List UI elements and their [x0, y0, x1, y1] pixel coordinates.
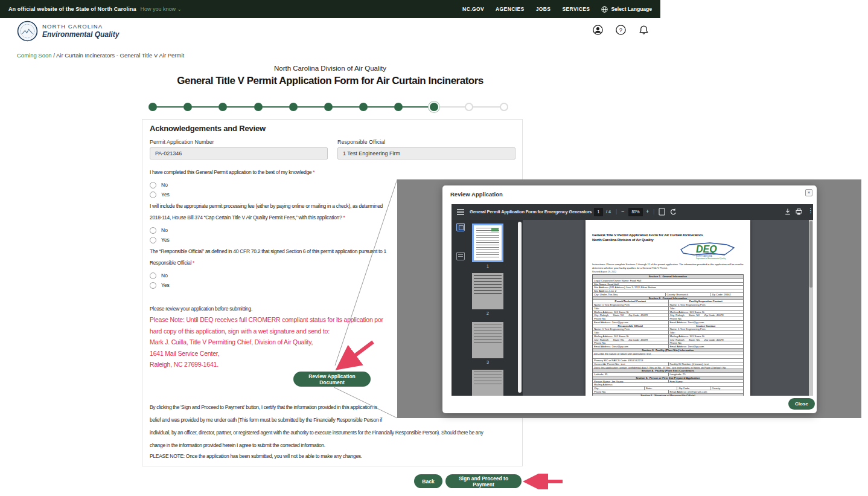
radio-button-yes[interactable] — [150, 192, 156, 198]
thumbnails-view-icon[interactable] — [456, 223, 465, 231]
pdf-row: Legal Corporate/Owner Name: Food Hall — [593, 279, 743, 282]
zoom-level-input[interactable]: 80% — [628, 208, 643, 216]
pdf-thumbnail-4[interactable] — [472, 370, 503, 396]
pdf-row: Name: 1 Test Engineering FirmName: 1 Tes… — [593, 327, 743, 330]
certification-line: individual, by an officer, director, par… — [150, 427, 520, 439]
pdf-cell: Latitude: 35 — [593, 373, 668, 376]
radio-button-yes[interactable] — [150, 282, 156, 289]
radio-button-no[interactable] — [150, 272, 156, 279]
pdf-cell: City: Raleigh State: NC Zip Code: 45678 — [593, 338, 668, 341]
pdf-cell: Email Address: 1test@yy.com — [593, 345, 668, 348]
pdf-cell: Zip Code: — [677, 387, 710, 390]
sidebar-scrollbar[interactable] — [518, 222, 522, 393]
document-outline-icon[interactable] — [456, 252, 465, 260]
how-you-know-link[interactable]: How you know ⌄ — [141, 6, 182, 12]
pdf-cell: State: — [644, 387, 677, 390]
pdf-row: Person Name: Jim YoungFirm Name: — [593, 379, 743, 383]
pdf-cell: Site Name: Food Hall — [593, 283, 743, 286]
pdf-cell: Firm Name: — [668, 380, 744, 383]
globe-icon — [601, 6, 608, 13]
pdf-scrollbar-thumb[interactable] — [809, 221, 812, 288]
stepper-segment — [223, 106, 258, 108]
radio-button-no[interactable] — [150, 227, 156, 234]
pdf-heading-line1: General Title V Permit Application Form … — [592, 233, 703, 237]
step-dot-11 — [500, 103, 508, 111]
pdf-cell: Mailing Address: 101 Same St — [668, 335, 744, 338]
help-icon[interactable]: ? — [616, 25, 626, 35]
more-options-icon[interactable]: ⋮ — [808, 207, 814, 214]
deq-seal-logo[interactable] — [17, 21, 38, 42]
permit-number-field[interactable]: PA-021346 — [150, 147, 328, 159]
breadcrumb-rest: / Air Curtain Incinerators - General Tit… — [52, 52, 185, 59]
radio-label: No — [161, 272, 168, 279]
zoom-in-icon[interactable]: + — [646, 208, 649, 214]
account-icon[interactable] — [593, 25, 603, 35]
pdf-row: Section 6. Signature of Responsible Offi… — [593, 393, 743, 396]
radio-label: Yes — [161, 192, 170, 198]
print-icon[interactable] — [796, 208, 802, 215]
radio-label: No — [161, 182, 168, 188]
pdf-thumbnail-1[interactable] — [472, 224, 503, 262]
zoom-out-icon[interactable]: − — [621, 208, 624, 214]
pdf-row: Name: 1 Test Engineering FirmName: 1 Tes… — [593, 303, 743, 306]
select-language-button[interactable]: Select Language — [601, 6, 652, 13]
pdf-page-1: General Title V Permit Application Form … — [586, 220, 750, 396]
radio-button-no[interactable] — [150, 182, 156, 188]
sign-and-proceed-button[interactable]: Sign and Proceed to Payment — [445, 474, 522, 488]
chevron-down-icon: ⌄ — [177, 6, 182, 12]
question-text: I will include the appropriate permit pr… — [150, 203, 383, 209]
pdf-cell: Phone No. — [593, 390, 668, 393]
pdf-scrollbar[interactable] — [809, 220, 813, 396]
cromerr-note-line: Mark J. Cuilla, Title V Permitting Chief… — [150, 337, 383, 348]
pdf-cell: Email Address: 1test@yy.com — [668, 321, 744, 324]
pdf-cell: Mailing Address: — [593, 383, 743, 386]
pdf-cell: Legal Corporate/Owner Name: Food Hall — [593, 279, 743, 282]
utilbar-link-services[interactable]: SERVICES — [562, 6, 590, 12]
modal-close-icon[interactable]: × — [805, 189, 812, 196]
pdf-row: Section 1. General Information — [593, 275, 743, 279]
step-dot-4 — [254, 103, 263, 111]
page-count-label: / 4 — [606, 210, 611, 214]
toolbar-divider: | — [653, 208, 654, 214]
breadcrumb-link[interactable]: Coming Soon — [17, 52, 52, 59]
pdf-cell: Phone No. — [593, 341, 668, 344]
pdf-revised-date: Revised August 29, 2022 — [592, 271, 616, 273]
pdf-thumbnail-3[interactable] — [472, 322, 503, 358]
radio-button-yes[interactable] — [150, 237, 156, 243]
notifications-bell-icon[interactable] — [639, 25, 649, 35]
menu-icon[interactable] — [457, 209, 464, 215]
modal-close-button[interactable]: Close — [788, 398, 815, 410]
pdf-row: Mailing Address: 101 Same StMailing Addr… — [593, 334, 743, 338]
utilbar-link-ncgov[interactable]: NC.GOV — [462, 6, 484, 12]
pdf-row: Phone No.Phone No. — [593, 341, 743, 344]
pdf-cell: Title: — [668, 307, 744, 310]
page-title: General Title V Permit Application Form … — [0, 75, 660, 87]
fit-page-icon[interactable] — [659, 208, 665, 216]
utilbar-link-jobs[interactable]: JOBS — [536, 6, 551, 12]
pdf-row: City: Under-The-SeaCounty: BrunswickZip … — [593, 292, 743, 296]
pdf-cell: Facility ID Number (if known): test — [668, 362, 744, 366]
pdf-row: Mailing Address: 101 Same StMailing Addr… — [593, 310, 743, 314]
pdf-row: Phone No.Phone No. — [593, 317, 743, 320]
pdf-cell: Email Address: jim@persim.com — [668, 390, 744, 393]
progress-stepper — [148, 101, 511, 114]
pdf-cell: Primary SIC or NAICS Code: 4953 562213 — [593, 359, 743, 362]
pdf-viewer-body: 123 General Title V Permit Application F… — [452, 220, 813, 396]
pdf-cell: Current Air Permit No.: test — [593, 362, 668, 366]
utilbar-link-agencies[interactable]: AGENCIES — [496, 6, 525, 12]
step-dot-3 — [219, 103, 227, 111]
pdf-doc-title: General Permit Application Form for Emer… — [470, 209, 592, 214]
page-number-input[interactable]: 1 — [594, 208, 603, 216]
cromerr-note-line: hard copy of this application, sign with… — [150, 326, 383, 337]
back-button[interactable]: Back — [414, 474, 442, 488]
rotate-icon[interactable] — [669, 208, 677, 216]
pdf-row: Does this application contain confidenti… — [593, 366, 743, 369]
review-application-document-button[interactable]: Review Application Document — [293, 372, 371, 387]
download-icon[interactable] — [785, 208, 791, 215]
responsible-official-field[interactable]: 1 Test Engineering Firm — [337, 147, 515, 159]
org-line2: Environmental Quality — [42, 30, 119, 39]
pdf-cell: Section 2. Contact Information — [593, 297, 743, 300]
pdf-cell: Title: — [593, 307, 668, 310]
pdf-thumbnail-2[interactable] — [472, 273, 503, 309]
pdf-cell: Mailing Address: 101 Same St — [593, 311, 668, 314]
